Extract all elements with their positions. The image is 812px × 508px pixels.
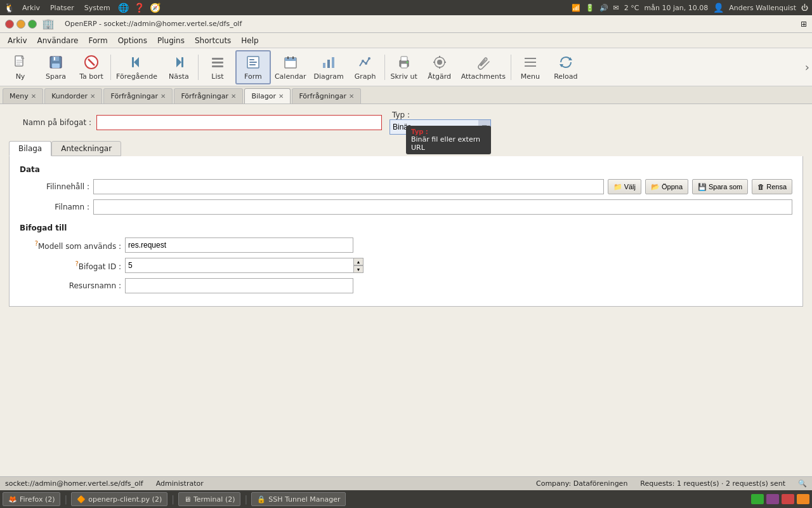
prev-icon	[128, 53, 145, 71]
svg-rect-19	[285, 58, 296, 61]
taskbar-sep2: |	[171, 494, 174, 504]
valj-label: Välj	[624, 183, 636, 190]
firefox-icon: 🌐	[118, 3, 129, 13]
name-input[interactable]	[96, 115, 382, 130]
minimize-button[interactable]	[16, 20, 25, 29]
menu-system[interactable]: System	[82, 4, 113, 12]
taskbar-terminal[interactable]: 🖥 Terminal (2)	[178, 492, 241, 506]
svg-rect-22	[323, 63, 325, 68]
toolbar-save[interactable]: Spara	[38, 50, 74, 84]
menu-help[interactable]: Help	[236, 35, 263, 46]
toolbar-diagram[interactable]: Diagram	[310, 50, 347, 84]
tab-kundorder[interactable]: Kundorder ✕	[44, 88, 102, 104]
menu-arkiv[interactable]: Arkiv	[3, 35, 32, 46]
rensa-button[interactable]: 🗑 Rensa	[752, 179, 792, 194]
footer-search-icon[interactable]: 🔍	[798, 479, 807, 488]
sub-tabs: Bilaga Anteckningar	[9, 141, 803, 156]
footer-user: Administrator	[156, 479, 204, 488]
svg-rect-30	[401, 64, 407, 68]
oppna-button[interactable]: 📂 Öppna	[645, 179, 688, 194]
bifogat-id-input[interactable]	[125, 258, 353, 273]
temp-display: 2 °C	[624, 4, 639, 12]
ubuntu-icon[interactable]: 🐧	[4, 3, 15, 13]
chevron-right-icon[interactable]: ›	[805, 60, 809, 74]
tab-forfragnin3-close[interactable]: ✕	[349, 93, 354, 100]
toolbar-new[interactable]: Ny	[3, 50, 38, 84]
tab-meny-close[interactable]: ✕	[31, 93, 36, 100]
battery-icon: 🔋	[586, 4, 594, 12]
menu-platser[interactable]: Platser	[48, 4, 77, 12]
action-label: Åtgärd	[428, 72, 451, 81]
tab-kundorder-label: Kundorder	[51, 92, 88, 100]
indicator-green	[751, 494, 764, 504]
firefox-taskbar-icon: 🦊	[8, 495, 17, 504]
print-label: Skriv ut	[391, 72, 417, 81]
tab-kundorder-close[interactable]: ✕	[90, 93, 95, 100]
filinnehall-input[interactable]	[93, 179, 604, 194]
spara-som-label: Spara som	[709, 183, 742, 190]
filnamn-input[interactable]	[93, 199, 792, 215]
indicator-purple	[766, 494, 779, 504]
spara-som-button[interactable]: 💾 Spara som	[692, 179, 748, 194]
dropdown-arrow-icon[interactable]: ▼	[478, 119, 491, 135]
tab-forfragnin2[interactable]: Förfrågningar ✕	[174, 88, 243, 104]
resursnamn-input[interactable]	[125, 278, 353, 293]
menu-program[interactable]: Arkiv	[20, 4, 43, 12]
menu-form[interactable]: Form	[83, 35, 112, 46]
tab-forfragnin2-close[interactable]: ✕	[231, 93, 236, 100]
prev-label: Föregående	[116, 72, 157, 81]
toolbar-menu[interactable]: Menu	[513, 50, 548, 84]
spinner-up[interactable]: ▲	[353, 258, 363, 265]
save-icon	[47, 53, 65, 71]
toolbar-print[interactable]: Skriv ut	[386, 50, 422, 84]
menu-options[interactable]: Options	[113, 35, 152, 46]
valj-button[interactable]: 📁 Välj	[608, 179, 641, 194]
filinnehall-row: Filinnehåll : 📁 Välj 📂 Öppna 💾 Spara som	[20, 179, 792, 194]
modell-input[interactable]	[125, 237, 353, 253]
folder-icon: 📁	[613, 183, 622, 191]
bifogat-id-row: ?Bifogat ID : ▲ ▼	[20, 258, 792, 273]
tab-forfragnin3[interactable]: Förfrågningar ✕	[292, 88, 361, 104]
ssh-taskbar-icon: 🔒	[257, 495, 266, 504]
subtab-bilaga[interactable]: Bilaga	[9, 141, 51, 156]
tab-forfragnin1-close[interactable]: ✕	[160, 93, 166, 100]
menu-plugins[interactable]: Plugins	[152, 35, 190, 46]
taskbar-openerp[interactable]: 🔶 openerp-client.py (2)	[71, 492, 167, 506]
toolbar-graph[interactable]: Graph	[348, 50, 383, 84]
taskbar-ssh[interactable]: 🔒 SSH Tunnel Manager	[251, 492, 346, 506]
spinner-down[interactable]: ▼	[353, 265, 363, 273]
indicator-red	[782, 494, 794, 504]
next-icon	[170, 53, 188, 71]
toolbar-next[interactable]: Nästa	[161, 50, 197, 84]
toolbar-prev[interactable]: Föregående	[112, 50, 161, 84]
tab-forfragnin1[interactable]: Förfrågningar ✕	[103, 88, 173, 104]
toolbar-list[interactable]: List	[200, 50, 235, 84]
resursnamn-label: Resursnamn :	[20, 281, 121, 290]
tab-bilagor-close[interactable]: ✕	[278, 93, 284, 100]
close-button[interactable]	[5, 20, 14, 29]
type-select[interactable]: Binär URL	[390, 119, 491, 135]
subtab-anteckningar-label: Anteckningar	[61, 144, 112, 153]
maximize-button[interactable]	[28, 20, 37, 29]
power-icon[interactable]: ⏻	[801, 4, 808, 12]
toolbar-action[interactable]: Åtgärd	[422, 50, 457, 84]
tab-forfragnin2-label: Förfrågningar	[181, 92, 228, 100]
svg-rect-10	[181, 57, 183, 67]
tab-meny[interactable]: Meny ✕	[3, 88, 43, 104]
help-sup: ?	[35, 240, 38, 247]
footer-connection: socket://admin@homer.vertel.se/dfs_olf	[5, 479, 143, 488]
toolbar-calendar[interactable]: Calendar	[271, 50, 310, 84]
subtab-anteckningar[interactable]: Anteckningar	[51, 141, 121, 156]
toolbar-reload[interactable]: Reload	[548, 50, 584, 84]
system-bar-right: 📶 🔋 🔊 ✉ 2 °C mån 10 jan, 10.08 👤 Anders …	[572, 3, 808, 13]
menu-shortcuts[interactable]: Shortcuts	[190, 35, 236, 46]
menu-anvandare[interactable]: Användare	[32, 35, 84, 46]
toolbar-delete[interactable]: Ta bort	[74, 50, 109, 84]
list-icon	[209, 53, 226, 71]
toolbar-form[interactable]: Form	[235, 50, 271, 84]
tab-bilagor[interactable]: Bilagor ✕	[244, 88, 291, 104]
footer-requests: Requests: 1 request(s) · 2 request(s) se…	[640, 479, 785, 488]
taskbar-firefox[interactable]: 🦊 Firefox (2)	[3, 492, 60, 506]
toolbar-attach[interactable]: Attachments	[457, 50, 509, 84]
erp-app-icon: 🏢	[42, 18, 55, 30]
